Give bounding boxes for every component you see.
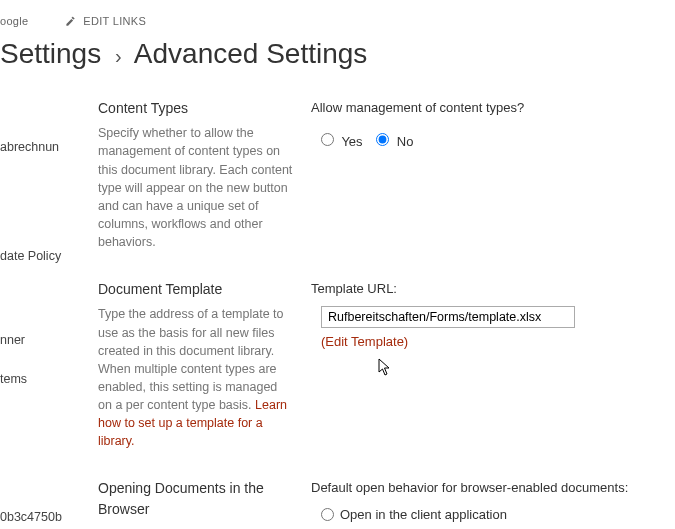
nav-item-fragment[interactable]: abrechnun [0, 140, 70, 154]
nav-item-fragment[interactable]: nner [0, 333, 70, 347]
section-description: Type the address of a template to use as… [98, 307, 284, 412]
edit-links-button[interactable]: EDIT LINKS [65, 15, 146, 27]
nav-item-fragment[interactable]: date Policy [0, 249, 70, 263]
section-title: Opening Documents in the Browser [98, 478, 293, 519]
edit-links-label: EDIT LINKS [83, 15, 146, 27]
quick-launch-nav: abrechnun date Policy nner tems 0b3c4750… [0, 140, 70, 411]
section-document-template: Document Template Type the address of a … [98, 279, 667, 450]
content-types-no-label: No [397, 134, 414, 149]
breadcrumb-separator-icon: › [109, 45, 128, 67]
template-url-input[interactable] [321, 306, 575, 328]
edit-template-link[interactable]: (Edit Template) [321, 334, 408, 349]
section-opening-documents: Opening Documents in the Browser Specify… [98, 478, 667, 529]
section-description: Specify whether to allow the management … [98, 126, 292, 249]
pencil-icon [65, 15, 83, 27]
open-client-label: Open in the client application [340, 507, 507, 522]
nav-item-fragment: 0b3c4750b [0, 510, 62, 524]
page-title: Advanced Settings [134, 38, 368, 69]
content-types-no-radio[interactable] [376, 133, 389, 146]
open-behavior-label: Default open behavior for browser-enable… [311, 480, 667, 495]
nav-oogle-fragment: oogle [0, 15, 28, 27]
template-url-label: Template URL: [311, 281, 667, 296]
content-types-yes-label: Yes [341, 134, 362, 149]
section-title: Content Types [98, 98, 293, 118]
breadcrumb: Settings › Advanced Settings [0, 38, 367, 70]
content-types-yes-radio[interactable] [321, 133, 334, 146]
breadcrumb-parent[interactable]: Settings [0, 38, 101, 69]
content-types-question: Allow management of content types? [311, 100, 667, 115]
open-client-radio[interactable] [321, 508, 334, 521]
nav-item-fragment[interactable]: tems [0, 372, 70, 386]
section-title: Document Template [98, 279, 293, 299]
section-content-types: Content Types Specify whether to allow t… [98, 98, 667, 251]
